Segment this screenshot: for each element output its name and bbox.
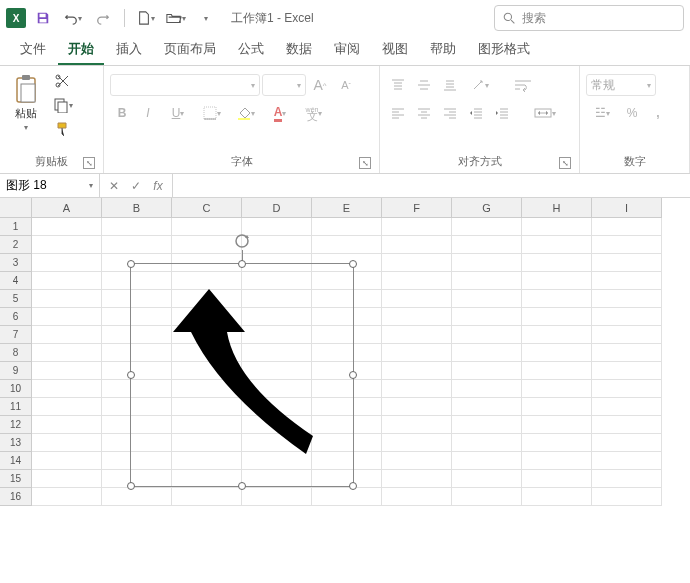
cell[interactable]: [522, 380, 592, 398]
column-header[interactable]: D: [242, 198, 312, 218]
cell[interactable]: [242, 236, 312, 254]
cancel-formula-button[interactable]: ✕: [104, 176, 124, 196]
save-button[interactable]: [30, 5, 56, 31]
cell[interactable]: [32, 344, 102, 362]
column-header[interactable]: I: [592, 198, 662, 218]
underline-button[interactable]: U▾: [162, 102, 194, 124]
cell[interactable]: [382, 236, 452, 254]
cell[interactable]: [382, 344, 452, 362]
cell[interactable]: [522, 470, 592, 488]
rotation-handle[interactable]: [233, 232, 251, 250]
row-header[interactable]: 9: [0, 362, 32, 380]
cell[interactable]: [452, 236, 522, 254]
row-header[interactable]: 8: [0, 344, 32, 362]
cell[interactable]: [382, 308, 452, 326]
new-file-button[interactable]: ▾: [133, 5, 159, 31]
cell[interactable]: [452, 308, 522, 326]
decrease-indent-button[interactable]: [464, 102, 488, 124]
row-header[interactable]: 4: [0, 272, 32, 290]
cell[interactable]: [382, 416, 452, 434]
cell[interactable]: [382, 398, 452, 416]
wrap-text-button[interactable]: [508, 74, 538, 96]
row-header[interactable]: 7: [0, 326, 32, 344]
clipboard-launcher[interactable]: ⤡: [83, 157, 95, 169]
tab-home[interactable]: 开始: [58, 34, 104, 65]
tab-shape-format[interactable]: 图形格式: [468, 34, 540, 65]
paste-button[interactable]: 粘贴 ▾: [6, 70, 46, 140]
open-file-button[interactable]: ▾: [163, 5, 189, 31]
shape-selection-box[interactable]: [130, 263, 354, 487]
font-launcher[interactable]: ⤡: [359, 157, 371, 169]
cell[interactable]: [382, 470, 452, 488]
curved-arrow-shape[interactable]: [131, 264, 355, 488]
copy-button[interactable]: ▾: [50, 94, 76, 116]
increase-indent-button[interactable]: [490, 102, 514, 124]
cell[interactable]: [452, 218, 522, 236]
cell[interactable]: [522, 362, 592, 380]
cell[interactable]: [32, 272, 102, 290]
cell[interactable]: [32, 398, 102, 416]
cell[interactable]: [382, 434, 452, 452]
cell[interactable]: [102, 218, 172, 236]
tab-data[interactable]: 数据: [276, 34, 322, 65]
bold-button[interactable]: B: [110, 102, 134, 124]
select-all-corner[interactable]: [0, 198, 32, 218]
cell[interactable]: [452, 398, 522, 416]
cell[interactable]: [32, 218, 102, 236]
grow-font-button[interactable]: A^: [308, 74, 332, 96]
align-center-button[interactable]: [412, 102, 436, 124]
accounting-format-button[interactable]: ☳▾: [586, 102, 618, 124]
cell[interactable]: [172, 488, 242, 506]
cell[interactable]: [592, 488, 662, 506]
align-middle-button[interactable]: [412, 74, 436, 96]
row-header[interactable]: 15: [0, 470, 32, 488]
cell[interactable]: [452, 254, 522, 272]
cell[interactable]: [522, 398, 592, 416]
italic-button[interactable]: I: [136, 102, 160, 124]
cell[interactable]: [522, 218, 592, 236]
cell[interactable]: [522, 272, 592, 290]
column-header[interactable]: F: [382, 198, 452, 218]
cell[interactable]: [32, 452, 102, 470]
row-header[interactable]: 16: [0, 488, 32, 506]
cell[interactable]: [522, 434, 592, 452]
cell[interactable]: [32, 326, 102, 344]
cell[interactable]: [312, 236, 382, 254]
cell[interactable]: [452, 380, 522, 398]
column-header[interactable]: E: [312, 198, 382, 218]
cell[interactable]: [452, 416, 522, 434]
cell[interactable]: [452, 362, 522, 380]
cell[interactable]: [592, 452, 662, 470]
row-header[interactable]: 6: [0, 308, 32, 326]
cell[interactable]: [592, 290, 662, 308]
cell[interactable]: [452, 344, 522, 362]
cell[interactable]: [382, 488, 452, 506]
cell[interactable]: [312, 488, 382, 506]
cell[interactable]: [592, 218, 662, 236]
cell[interactable]: [32, 236, 102, 254]
cell[interactable]: [382, 452, 452, 470]
cell[interactable]: [452, 272, 522, 290]
cell[interactable]: [592, 254, 662, 272]
font-size-combo[interactable]: ▾: [262, 74, 306, 96]
name-box[interactable]: ▾: [0, 174, 100, 197]
row-header[interactable]: 5: [0, 290, 32, 308]
cell[interactable]: [592, 344, 662, 362]
tab-page-layout[interactable]: 页面布局: [154, 34, 226, 65]
cell[interactable]: [382, 218, 452, 236]
cell[interactable]: [32, 254, 102, 272]
cell[interactable]: [452, 488, 522, 506]
cell[interactable]: [32, 470, 102, 488]
comma-button[interactable]: ,: [646, 102, 670, 124]
column-header[interactable]: H: [522, 198, 592, 218]
row-header[interactable]: 1: [0, 218, 32, 236]
cell[interactable]: [522, 236, 592, 254]
row-header[interactable]: 11: [0, 398, 32, 416]
cell[interactable]: [382, 290, 452, 308]
cell[interactable]: [242, 488, 312, 506]
phonetic-button[interactable]: wén文▾: [298, 102, 330, 124]
cell[interactable]: [32, 416, 102, 434]
align-right-button[interactable]: [438, 102, 462, 124]
cell[interactable]: [382, 254, 452, 272]
cell[interactable]: [522, 416, 592, 434]
